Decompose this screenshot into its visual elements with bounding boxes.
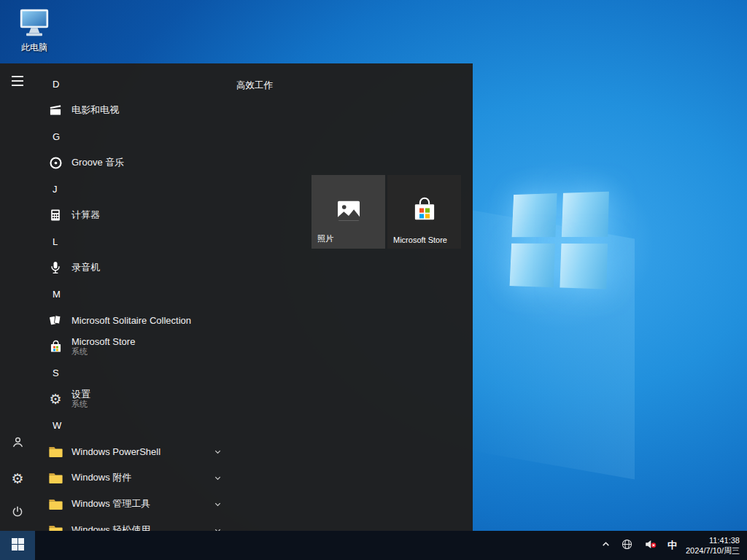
settings-gear-icon: ⚙ [47, 390, 64, 408]
power-button[interactable] [0, 496, 35, 531]
letter-label: G [53, 131, 60, 142]
folder-icon [47, 443, 64, 460]
solitaire-icon [47, 311, 64, 329]
tile-group-title[interactable]: 高效工作 [236, 79, 273, 92]
app-label: Groove 音乐 [71, 156, 124, 169]
letter-label: J [53, 184, 58, 195]
app-item-settings[interactable]: ⚙ 设置 系统 [35, 386, 228, 412]
start-button[interactable] [0, 531, 35, 560]
letter-label: M [53, 289, 61, 300]
app-list-letter-l[interactable]: L [35, 228, 228, 254]
expand-menu-button[interactable] [0, 63, 35, 98]
volume-muted-icon [643, 537, 657, 554]
voice-recorder-icon [47, 259, 64, 276]
chevron-down-icon[interactable] [214, 500, 222, 508]
clock[interactable]: 11:41:38 2024/7/10/周三 [682, 535, 747, 556]
system-tray: 中 11:41:38 2024/7/10/周三 [596, 531, 747, 560]
windows-logo-pane [560, 243, 608, 289]
app-item-voice-recorder[interactable]: 录音机 [35, 254, 228, 281]
network-button[interactable] [616, 531, 638, 560]
wallpaper-windows-logo [510, 192, 609, 289]
letter-label: W [53, 420, 61, 431]
app-list-letter-s[interactable]: S [35, 359, 228, 386]
store-icon [409, 195, 440, 229]
settings-button[interactable]: ⚙ [0, 461, 35, 496]
letter-label: L [53, 236, 58, 247]
ime-indicator[interactable]: 中 [662, 531, 682, 560]
clock-date: 2024/7/10/周三 [686, 545, 740, 556]
groove-music-icon [47, 154, 64, 171]
gear-icon: ⚙ [11, 472, 23, 486]
ime-label: 中 [667, 539, 677, 552]
desktop-icon-this-pc[interactable]: 此电脑 [10, 7, 58, 54]
app-label: 设置 [71, 389, 90, 400]
tile-group: 照片 Microsoft Store [311, 175, 461, 249]
folder-item-windows-accessories[interactable]: Windows 附件 [35, 464, 228, 491]
chevron-down-icon[interactable] [214, 448, 222, 456]
folder-item-windows-powershell[interactable]: Windows PowerShell [35, 438, 228, 464]
app-label: Windows 管理工具 [71, 497, 150, 510]
start-menu: ⚙ D 电影和电视 G [0, 63, 473, 531]
letter-label: D [53, 79, 59, 90]
chevron-up-icon [601, 539, 611, 552]
app-list-letter-m[interactable]: M [35, 281, 228, 307]
app-list-letter-j[interactable]: J [35, 176, 228, 202]
globe-network-icon [621, 538, 633, 553]
user-icon [11, 435, 25, 452]
windows-logo-pane [561, 192, 608, 237]
start-menu-app-list: D 电影和电视 G Groove 音乐 J [35, 71, 228, 531]
app-list-letter-w[interactable]: W [35, 412, 228, 438]
windows-logo-icon [12, 538, 24, 553]
app-item-calculator[interactable]: 计算器 [35, 202, 228, 228]
app-label: 电影和电视 [71, 104, 119, 117]
clock-time: 11:41:38 [686, 535, 740, 545]
folder-item-windows-ease-of-access[interactable]: Windows 轻松使用 [35, 517, 228, 531]
folder-icon [47, 521, 64, 531]
app-list-letter-d[interactable]: D [35, 71, 228, 97]
app-item-groove-music[interactable]: Groove 音乐 [35, 149, 228, 176]
app-label: 计算器 [71, 209, 100, 222]
taskbar: 中 11:41:38 2024/7/10/周三 [0, 531, 747, 560]
tile-label: Microsoft Store [393, 236, 447, 244]
app-label: Windows 附件 [71, 471, 131, 484]
user-account-button[interactable] [0, 426, 35, 461]
calculator-icon [47, 206, 64, 224]
store-icon [47, 338, 64, 355]
photos-icon [334, 196, 363, 228]
app-label: Microsoft Store [71, 336, 135, 348]
app-item-solitaire[interactable]: Microsoft Solitaire Collection [35, 307, 228, 333]
app-item-microsoft-store[interactable]: Microsoft Store 系统 [35, 333, 228, 359]
folder-icon [47, 469, 64, 486]
power-icon [11, 505, 24, 521]
hamburger-icon [12, 76, 23, 86]
tile-label: 照片 [317, 233, 333, 244]
app-label: Microsoft Solitaire Collection [71, 315, 191, 326]
desktop-icon-label: 此电脑 [21, 42, 47, 54]
windows-logo-pane [510, 243, 555, 287]
app-label: 录音机 [71, 261, 100, 274]
this-pc-icon [18, 7, 50, 41]
app-list-letter-g[interactable]: G [35, 123, 228, 149]
app-subtitle: 系统 [71, 400, 90, 409]
folder-icon [47, 495, 64, 513]
tile-microsoft-store[interactable]: Microsoft Store [387, 175, 461, 249]
windows-logo-pane [512, 193, 557, 237]
tray-overflow-button[interactable] [596, 531, 616, 560]
app-label: Windows 轻松使用 [71, 524, 150, 531]
app-item-movies-tv[interactable]: 电影和电视 [35, 97, 228, 123]
letter-label: S [53, 368, 59, 378]
app-label: Windows PowerShell [71, 446, 160, 457]
folder-item-windows-admin-tools[interactable]: Windows 管理工具 [35, 491, 228, 517]
start-menu-rail: ⚙ [0, 63, 35, 531]
movies-tv-icon [47, 101, 64, 119]
volume-button[interactable] [638, 531, 662, 560]
tile-photos[interactable]: 照片 [311, 175, 385, 249]
app-subtitle: 系统 [71, 347, 135, 357]
chevron-down-icon[interactable] [214, 474, 222, 482]
